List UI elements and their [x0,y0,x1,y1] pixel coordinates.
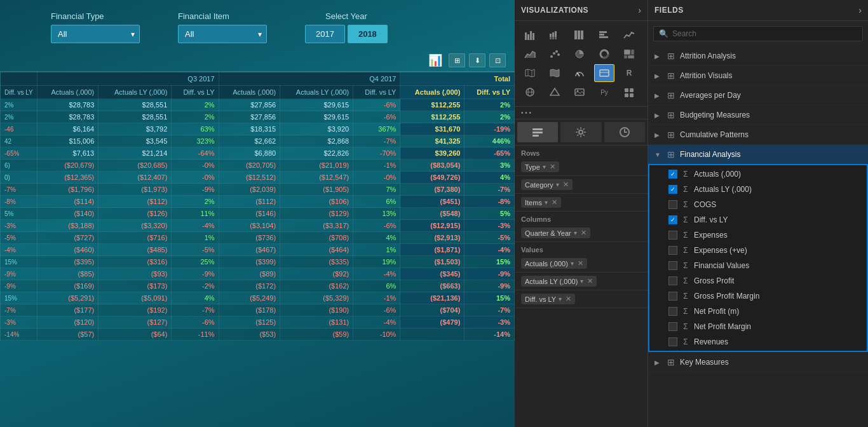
viz-icon-image[interactable] [569,83,590,101]
table-icon: ⊞ [666,357,676,367]
col-q4-diff: Diff. vs LY [353,86,400,99]
field-item-actuals[interactable]: Σ Actuals (,000) [649,166,867,182]
field-group-attrition-analysis-header[interactable]: ▶ ⊞ Attrition Analysis [648,46,868,65]
field-item-gross-profit[interactable]: Σ Gross Profit [649,273,867,288]
viz-icon-globe[interactable] [520,83,540,101]
checkbox-gross-profit-margin[interactable] [668,292,677,301]
financial-item-select[interactable]: All [178,25,267,43]
viz-actuals-ly-remove[interactable]: ▾ [580,278,583,285]
field-item-gross-profit-margin[interactable]: Σ Gross Profit Margin [649,288,867,304]
viz-quarter-tag[interactable]: Quarter & Year ▾ ✕ [521,227,590,238]
viz-fields-pane-btn[interactable] [517,122,558,142]
field-item-net-profit[interactable]: Σ Net Profit (m) [649,304,867,319]
viz-icon-map[interactable] [520,64,540,82]
viz-icon-stacked-bar[interactable] [545,26,565,44]
viz-diff-tag[interactable]: Diff. vs LY ▾ ✕ [521,294,575,304]
field-group-attrition-visuals-header[interactable]: ▶ ⊞ Attrition Visuals [648,66,868,85]
svg-rect-25 [624,55,627,58]
data-table-wrapper[interactable]: Q3 2017 Q4 2017 Total Diff. vs LY Actual… [0,72,515,410]
viz-icon-treemap[interactable] [619,45,639,63]
field-item-revenues[interactable]: Σ Revenues [649,334,867,349]
checkbox-actuals-ly[interactable] [668,185,677,194]
field-item-net-profit-margin[interactable]: Σ Net Profit Margin [649,319,867,334]
viz-actuals-ly-tag[interactable]: Actuals LY (,000) ▾ ✕ [521,276,597,287]
viz-icon-pie[interactable] [569,45,590,63]
checkbox-net-profit-margin[interactable] [668,322,677,331]
viz-icon-100-bar[interactable] [569,26,590,44]
field-item-expenses[interactable]: Σ Expenses [649,227,867,243]
table-row: -9% ($169)($173)-2% ($172)($162)6% ($663… [1,280,515,292]
table-row: -3% ($3,188)($3,320)-4% ($3,104)($3,317)… [1,220,515,232]
viz-icon-custom[interactable] [619,83,639,101]
checkbox-diff-vs-ly[interactable] [668,215,677,224]
viz-icon-python[interactable]: Py [594,83,614,101]
download-button[interactable]: ⬇ [469,53,485,67]
field-item-expenses-pve[interactable]: Σ Expenses (+ve) [649,243,867,258]
checkbox-financial-values[interactable] [668,261,677,270]
fields-search-input[interactable] [672,29,857,38]
field-item-financial-values[interactable]: Σ Financial Values [649,258,867,273]
viz-items-remove[interactable]: ▾ [545,199,548,206]
viz-analytics-pane-btn[interactable] [604,122,645,142]
field-item-diff-vs-ly[interactable]: Σ Diff. vs LY [649,212,867,227]
viz-format-pane-btn[interactable] [560,122,601,142]
field-item-cogs[interactable]: Σ COGS [649,197,867,212]
chevron-right-icon: ▶ [654,53,662,60]
field-group-cumulative-header[interactable]: ▶ ⊞ Cumulative Patterns [648,125,868,144]
viz-category-remove[interactable]: ▾ [556,181,559,188]
field-item-actuals-ly[interactable]: Σ Actuals LY (,000) [649,182,867,197]
viz-icon-line[interactable] [619,26,639,44]
financial-type-select-wrapper[interactable]: All [51,25,140,43]
financial-type-select[interactable]: All [51,25,140,43]
viz-icon-horizontal-bar[interactable] [594,26,614,44]
viz-icon-filled-map[interactable] [545,64,565,82]
viz-icon-bar[interactable] [520,26,540,44]
layout-button[interactable]: ⊡ [489,53,506,67]
checkbox-expenses-pve[interactable] [668,246,677,255]
field-group-financial-analysis-header[interactable]: ▼ ⊞ Financial Analysis [648,145,868,164]
viz-category-tag[interactable]: Category ▾ ✕ [521,179,573,190]
viz-diff-remove[interactable]: ▾ [559,295,562,302]
checkbox-expenses[interactable] [668,231,677,240]
checkbox-gross-profit[interactable] [668,276,677,285]
viz-type-remove[interactable]: ▾ [543,163,546,170]
field-group-budgeting-header[interactable]: ▶ ⊞ Budgeting Measures [648,105,868,125]
viz-icon-shape[interactable] [545,83,565,101]
year-2017-button[interactable]: 2017 [305,25,345,43]
viz-type-tag[interactable]: Type ▾ ✕ [521,161,559,172]
viz-icon-gauge[interactable] [569,64,590,82]
budgeting-label: Budgeting Measures [680,111,862,119]
viz-quarter-remove[interactable]: ▾ [574,229,577,236]
viz-actuals-tag[interactable]: Actuals (,000) ▾ ✕ [521,258,587,269]
viz-expand-button[interactable]: › [638,5,641,15]
field-group-averages: ▶ ⊞ Averages per Day [648,86,868,105]
viz-icon-card[interactable] [594,64,614,82]
sigma-icon: Σ [681,185,690,194]
field-group-financial-analysis: ▼ ⊞ Financial Analysis Σ Actuals (,000) … [648,145,868,353]
checkbox-cogs[interactable] [668,200,677,209]
year-2018-button[interactable]: 2018 [348,25,388,43]
averages-label: Averages per Day [680,91,862,100]
fields-search-box[interactable]: 🔍 [653,26,863,41]
col-total-diff: Diff. vs LY [465,86,515,99]
svg-rect-10 [574,30,577,39]
viz-icon-area[interactable] [520,45,540,63]
viz-actuals-remove[interactable]: ▾ [571,260,574,267]
viz-items-tag[interactable]: Items ▾ ✕ [521,197,561,208]
field-group-key-measures-header[interactable]: ▶ ⊞ Key Measures [648,353,868,372]
viz-more-btn[interactable]: • • • [519,108,534,118]
checkbox-net-profit[interactable] [668,307,677,316]
checkbox-revenues[interactable] [668,337,677,346]
viz-icon-donut[interactable] [594,45,614,63]
svg-rect-8 [555,31,557,37]
expand-button[interactable]: ⊞ [449,53,465,67]
sigma-icon: Σ [681,292,690,301]
financial-item-select-wrapper[interactable]: All [178,25,267,43]
cogs-field-label: COGS [694,200,860,209]
viz-icon-scatter[interactable] [545,45,565,63]
table-row: -7% ($177)($192)-7% ($178)($190)-6% ($70… [1,304,515,316]
field-group-averages-header[interactable]: ▶ ⊞ Averages per Day [648,86,868,105]
viz-icon-r[interactable]: R [619,64,639,82]
fields-expand-button[interactable]: › [858,5,862,15]
checkbox-actuals[interactable] [668,170,677,179]
